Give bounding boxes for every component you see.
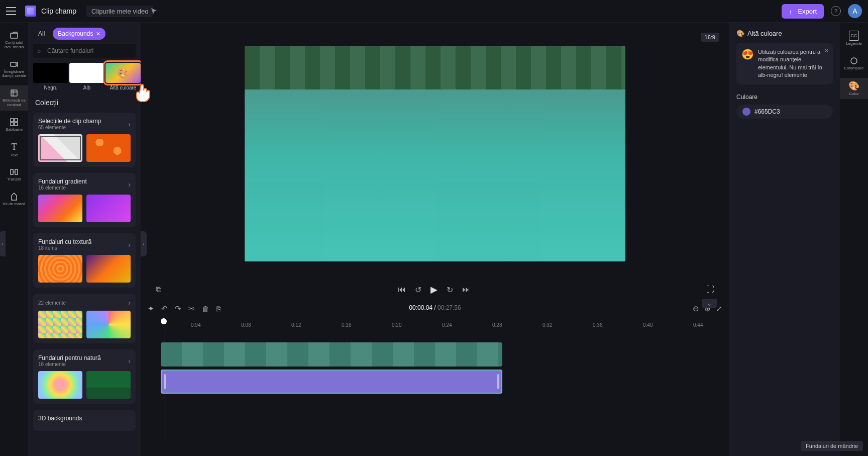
thumb[interactable] xyxy=(86,311,131,338)
tab-all[interactable]: All xyxy=(33,28,50,39)
svg-point-9 xyxy=(851,58,857,64)
blur-icon xyxy=(849,56,858,65)
duplicate-icon[interactable]: ⎘ xyxy=(216,305,221,313)
thumb[interactable] xyxy=(38,311,82,338)
search-box: ⌕ xyxy=(33,44,136,58)
svg-rect-4 xyxy=(15,119,18,122)
thumb[interactable] xyxy=(86,195,131,222)
export-button[interactable]: Export xyxy=(782,4,824,19)
close-tip-button[interactable]: × xyxy=(824,46,829,55)
playhead[interactable] xyxy=(161,318,167,324)
timeline-timestamp: 00:00.04 / 00:27.56 xyxy=(409,304,461,311)
chevron-right-icon[interactable]: › xyxy=(128,357,131,365)
video-track[interactable] xyxy=(161,342,502,367)
thumb[interactable] xyxy=(86,255,131,283)
collapse-left-button[interactable]: ‹ xyxy=(141,231,147,256)
delete-icon[interactable]: 🗑 xyxy=(202,305,209,313)
cursor-indicator xyxy=(150,7,158,15)
tab-backgrounds[interactable]: Backgrounds × xyxy=(53,28,105,40)
thumb[interactable] xyxy=(38,134,82,162)
upload-icon xyxy=(789,8,795,14)
library-icon xyxy=(10,88,19,98)
folder-icon xyxy=(10,31,19,40)
svg-rect-2 xyxy=(11,90,17,96)
thumb[interactable] xyxy=(86,371,131,399)
tile-black[interactable] xyxy=(33,63,68,83)
nav-blur[interactable]: Estompare xyxy=(840,53,868,74)
chevron-right-icon[interactable]: › xyxy=(128,180,131,189)
panel-title: 🎨 Altă culoare xyxy=(736,30,833,37)
color-swatch xyxy=(742,108,750,116)
color-picker-button[interactable]: #665DC3 xyxy=(736,105,833,119)
nav-text[interactable]: TText xyxy=(0,139,28,161)
content-panel: All Backgrounds × ⌕ Negru Alb 🎨Altă culo… xyxy=(28,23,141,456)
search-input[interactable] xyxy=(33,44,136,58)
thumb[interactable] xyxy=(86,134,131,162)
rewind-icon[interactable]: ↺ xyxy=(415,285,421,295)
collection-texture: Fundaluri cu textură18 items › xyxy=(33,233,136,288)
zoom-out-icon[interactable]: ⊖ xyxy=(693,304,699,313)
cc-icon: CC xyxy=(849,31,859,41)
transition-icon xyxy=(10,167,19,176)
right-panel: 🎨 Altă culoare 😍 Utilizați culoarea pent… xyxy=(729,23,840,456)
ai-icon[interactable]: ✦ xyxy=(148,304,154,313)
grid-icon xyxy=(10,118,19,127)
nav-templates[interactable]: Șabloane xyxy=(0,115,28,135)
nav-transitions[interactable]: Tranziții xyxy=(0,164,28,185)
skip-end-icon[interactable]: ⏭ xyxy=(462,285,470,294)
svg-rect-0 xyxy=(11,33,18,38)
cut-icon[interactable]: ✂ xyxy=(188,304,195,313)
cursor-hand-icon xyxy=(131,79,156,105)
heart-eyes-icon: 😍 xyxy=(741,48,754,79)
redo-icon[interactable]: ↷ xyxy=(175,304,181,313)
chevron-right-icon[interactable]: › xyxy=(128,120,131,128)
nav-brand[interactable]: Kit de marcă xyxy=(0,189,28,210)
close-icon[interactable]: × xyxy=(96,30,100,38)
collection-3d: 3D backgrounds xyxy=(33,410,136,431)
right-sidebar: CCLegende Estompare 🎨Color xyxy=(840,23,868,456)
collections-heading: Colecții xyxy=(28,94,141,110)
project-name[interactable]: Clipurile mele video xyxy=(86,6,153,17)
color-track[interactable] xyxy=(161,370,502,394)
tile-white-label: Alb xyxy=(83,85,90,90)
app-logo-icon xyxy=(25,6,36,17)
collapse-right-button[interactable]: › xyxy=(0,231,6,256)
chevron-right-icon[interactable]: › xyxy=(128,299,131,307)
playback-controls: ⧉ ⏮ ↺ ▶ ↻ ⏭ ⛶ xyxy=(141,280,729,300)
undo-icon[interactable]: ↶ xyxy=(161,304,168,313)
app-name: Clip champ xyxy=(41,7,76,15)
tile-black-label: Negru xyxy=(44,85,57,90)
hide-preview-icon[interactable]: ⧉ xyxy=(156,285,161,294)
timeline-ruler[interactable]: 0:04 0:08 0:12 0:16 0:20 0:24 0:28 0:32 … xyxy=(141,317,729,332)
menu-button[interactable] xyxy=(6,7,16,15)
palette-icon: 🎨 xyxy=(849,81,859,91)
help-button[interactable]: ? xyxy=(831,6,841,16)
nav-library[interactable]: Bibliotecă de conținut xyxy=(0,85,28,111)
nav-record[interactable]: Înregistrare &amp; create xyxy=(0,57,28,82)
forward-icon[interactable]: ↻ xyxy=(447,285,453,295)
play-button[interactable]: ▶ xyxy=(430,284,438,295)
text-icon: T xyxy=(9,142,19,152)
timeline: ⌄ ✦ ↶ ↷ ✂ 🗑 ⎘ 00:00.04 / 00:27.56 ⊖ ⊕ ⤢ xyxy=(141,300,729,456)
timeline-collapse[interactable]: ⌄ xyxy=(702,299,717,308)
nav-color[interactable]: 🎨Color xyxy=(840,78,868,100)
skip-start-icon[interactable]: ⏮ xyxy=(398,285,406,294)
thumb[interactable] xyxy=(38,255,82,283)
avatar[interactable]: A xyxy=(848,4,862,18)
aspect-ratio-button[interactable]: 16:9 xyxy=(701,33,719,42)
thumb[interactable] xyxy=(38,195,82,222)
search-icon: ⌕ xyxy=(37,47,41,54)
brand-icon xyxy=(10,192,19,201)
svg-rect-6 xyxy=(15,123,18,126)
nav-media[interactable]: Conținutul dvs. media xyxy=(0,28,28,53)
svg-rect-7 xyxy=(11,169,13,174)
track-handle-right[interactable] xyxy=(497,374,499,389)
fullscreen-icon[interactable]: ⛶ xyxy=(706,285,714,294)
chevron-right-icon[interactable]: › xyxy=(128,241,131,249)
camera-icon xyxy=(10,60,19,69)
preview-canvas[interactable] xyxy=(245,46,625,261)
thumb[interactable] xyxy=(38,371,82,399)
tile-white[interactable] xyxy=(69,63,104,83)
nav-captions[interactable]: CCLegende xyxy=(840,28,868,49)
svg-rect-3 xyxy=(11,119,14,122)
